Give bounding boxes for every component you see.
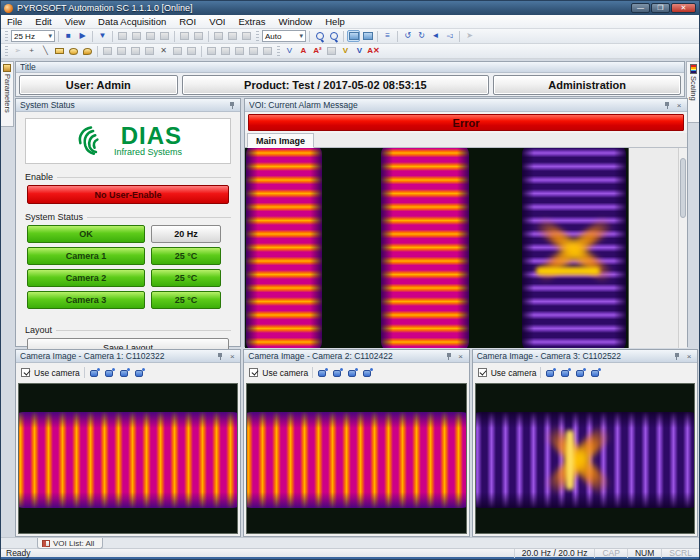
menu-data-acquisition[interactable]: Data Acquisition [98, 16, 166, 27]
toolbar-grip[interactable] [5, 46, 8, 56]
app-window: PYROSOFT Automation SC 1.1.1.0 [Online] … [0, 0, 700, 560]
camera-connect-icon[interactable] [545, 368, 556, 378]
camera-3-panel: Camera Image - Camera 3: C1102522 × Use … [472, 349, 698, 537]
menu-bar: File Edit View Data Acquisition ROI VOI … [1, 15, 699, 29]
camera-settings-icon[interactable] [347, 368, 358, 378]
camera-2-temperature[interactable]: 25 °C [151, 269, 221, 287]
menu-voi[interactable]: VOI [209, 16, 225, 27]
pin-icon[interactable] [216, 352, 224, 361]
close-icon[interactable]: × [457, 352, 465, 361]
flip-horizontal-icon[interactable]: ◄ [429, 30, 442, 42]
use-camera-checkbox[interactable] [21, 368, 30, 377]
roi-group-icon [171, 45, 184, 57]
user-button[interactable]: User: Admin [19, 75, 178, 95]
pointer-mode-icon[interactable]: ➤ [463, 30, 476, 42]
camera-2-thermal-image[interactable] [246, 383, 466, 534]
close-button[interactable]: ✕ [671, 3, 696, 13]
table-view-icon[interactable] [325, 45, 338, 57]
alarm-add-icon[interactable]: A [297, 45, 310, 57]
system-status-panel: System Status DIAS Infrar [15, 98, 241, 347]
camera-connect-icon[interactable] [317, 368, 328, 378]
zoom-in-icon[interactable] [313, 30, 326, 42]
camera-disconnect-icon[interactable] [104, 368, 115, 378]
use-camera-checkbox[interactable] [478, 368, 487, 377]
menu-extras[interactable]: Extras [239, 16, 266, 27]
menu-edit[interactable]: Edit [35, 16, 51, 27]
toolbar-grip[interactable] [256, 31, 259, 41]
isotherm-lines-icon[interactable]: ≡ [381, 30, 394, 42]
flip-vertical-icon[interactable]: ◅ [443, 30, 456, 42]
full-image-icon[interactable] [361, 30, 374, 42]
tab-parameters[interactable]: Parameters [1, 61, 14, 127]
tab-main-image[interactable]: Main Image [247, 133, 314, 148]
close-icon[interactable]: × [228, 352, 236, 361]
minimize-button[interactable]: — [631, 3, 650, 13]
camera-calibrate-icon[interactable] [590, 368, 601, 378]
system-ok-status[interactable]: OK [27, 225, 145, 243]
maximize-button[interactable]: ❐ [651, 3, 670, 13]
close-icon[interactable]: × [685, 352, 693, 361]
camera-3-temperature[interactable]: 25 °C [151, 291, 221, 309]
chevron-down-icon: ▾ [48, 32, 52, 40]
vertical-scrollbar[interactable] [678, 148, 687, 348]
pin-icon[interactable] [228, 101, 236, 110]
user-enable-status[interactable]: No User-Enable [27, 185, 229, 204]
use-camera-checkbox[interactable] [249, 368, 258, 377]
camera-1-status[interactable]: Camera 1 [27, 247, 145, 265]
toolbar-roi: ➢ + ╲ ✕ V A A² V V A✕ [1, 44, 699, 59]
camera-disconnect-icon[interactable] [560, 368, 571, 378]
voi-import-icon[interactable]: V [353, 45, 366, 57]
menu-roi[interactable]: ROI [179, 16, 196, 27]
camera-settings-icon[interactable] [119, 368, 130, 378]
toolbar-grip[interactable] [277, 46, 280, 56]
pin-icon[interactable] [673, 352, 681, 361]
product-button[interactable]: Product: Test / 2017-05-02 08:53:15 [182, 75, 490, 95]
camera-calibrate-icon[interactable] [362, 368, 373, 378]
snapshot-stop-icon [158, 30, 171, 42]
roi-delete-icon[interactable]: ✕ [157, 45, 170, 57]
camera-1-temperature[interactable]: 25 °C [151, 247, 221, 265]
filter-icon[interactable]: ▼ [96, 30, 109, 42]
camera-3-thermal-image[interactable] [475, 383, 695, 534]
pin-icon[interactable] [445, 352, 453, 361]
rotate-right-icon[interactable]: ↻ [415, 30, 428, 42]
status-caps-lock: CAP [594, 549, 626, 558]
camera-1-thermal-image[interactable] [18, 383, 238, 534]
voi-export-icon[interactable]: V [339, 45, 352, 57]
camera-disconnect-icon[interactable] [332, 368, 343, 378]
camera-settings-icon[interactable] [575, 368, 586, 378]
zoom-out-icon[interactable] [327, 30, 340, 42]
menu-view[interactable]: View [65, 16, 85, 27]
camera-connect-icon[interactable] [89, 368, 100, 378]
alarm-delete-icon[interactable]: A✕ [367, 45, 380, 57]
roi-ellipse-icon[interactable] [67, 45, 80, 57]
rotate-left-icon[interactable]: ↺ [401, 30, 414, 42]
voi-add-icon[interactable]: V [283, 45, 296, 57]
roi-rectangle-icon[interactable] [53, 45, 66, 57]
main-thermal-image[interactable] [245, 148, 629, 348]
roi-polygon-icon[interactable] [81, 45, 94, 57]
stop-icon[interactable]: ■ [62, 30, 75, 42]
camera-calibrate-icon[interactable] [134, 368, 145, 378]
toolbar-grip[interactable] [5, 31, 8, 41]
enable-group-label: Enable [25, 172, 231, 182]
frame-rate-select[interactable]: 25 Hz ▾ [11, 30, 55, 42]
administration-button[interactable]: Administration [493, 75, 681, 95]
fit-to-window-icon[interactable] [347, 30, 360, 42]
camera-2-status[interactable]: Camera 2 [27, 269, 145, 287]
camera-3-status[interactable]: Camera 3 [27, 291, 145, 309]
alarm-edit-icon[interactable]: A² [311, 45, 324, 57]
menu-help[interactable]: Help [325, 16, 345, 27]
frequency-status[interactable]: 20 Hz [151, 225, 221, 243]
layout-group-label: Layout [25, 325, 231, 335]
select-cursor-icon[interactable]: ➢ [11, 45, 24, 57]
alarm-error-banner: Error [248, 114, 684, 131]
roi-point-icon[interactable]: + [25, 45, 38, 57]
menu-window[interactable]: Window [278, 16, 312, 27]
roi-line-icon[interactable]: ╲ [39, 45, 52, 57]
close-icon[interactable]: × [675, 101, 683, 110]
play-icon[interactable]: ▶ [76, 30, 89, 42]
menu-file[interactable]: File [7, 16, 22, 27]
pin-icon[interactable] [663, 101, 671, 110]
zoom-mode-select[interactable]: Auto ▾ [262, 30, 306, 42]
